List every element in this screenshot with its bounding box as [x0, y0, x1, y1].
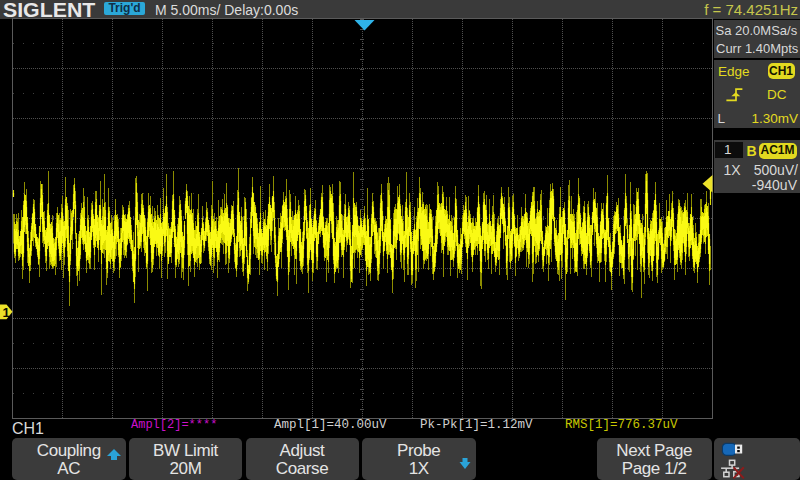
- svg-text:1: 1: [3, 305, 10, 320]
